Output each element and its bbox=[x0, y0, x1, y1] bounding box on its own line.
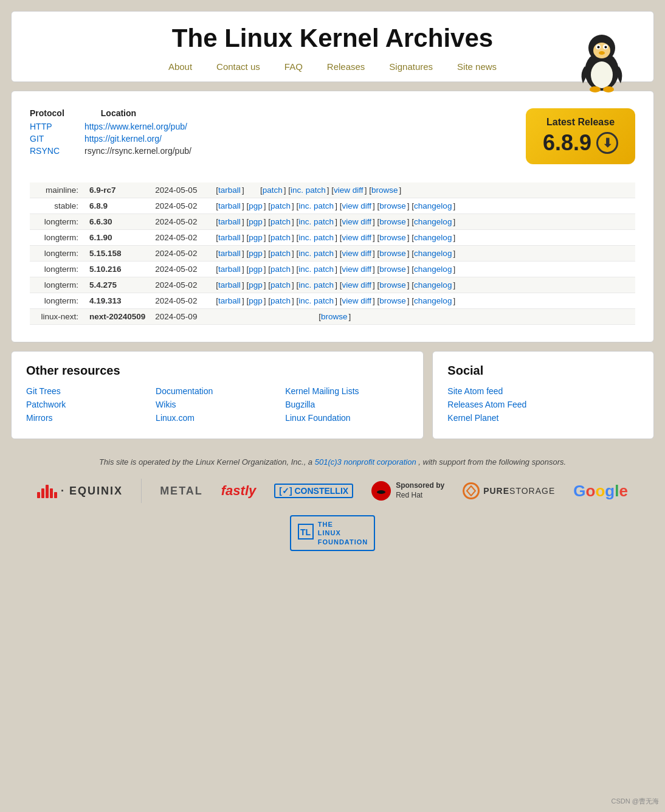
tarball-link[interactable]: tarball bbox=[218, 265, 241, 274]
nav-about[interactable]: About bbox=[168, 61, 192, 72]
release-date: 2024-05-02 bbox=[150, 262, 211, 277]
browse-link[interactable]: browse bbox=[321, 312, 348, 321]
changelog-link[interactable]: changelog bbox=[414, 265, 452, 274]
incpatch-link[interactable]: inc. patch bbox=[298, 296, 334, 305]
release-type: mainline: bbox=[30, 182, 84, 198]
link-mirrors[interactable]: Mirrors bbox=[26, 413, 150, 423]
patch-link[interactable]: patch bbox=[270, 249, 291, 258]
tarball-link[interactable]: tarball bbox=[218, 217, 241, 226]
link-documentation[interactable]: Documentation bbox=[156, 386, 279, 396]
release-links: [tarball] [patch] [inc. patch] [view dif… bbox=[211, 182, 635, 198]
changelog-link[interactable]: changelog bbox=[414, 201, 452, 210]
nav-releases[interactable]: Releases bbox=[327, 61, 365, 72]
tarball-link[interactable]: tarball bbox=[218, 186, 241, 195]
http-location-link[interactable]: https://www.kernel.org/pub/ bbox=[84, 122, 187, 131]
other-resources-title: Other resources bbox=[26, 364, 408, 378]
link-linux-foundation[interactable]: Linux Foundation bbox=[285, 413, 408, 423]
mirror-row-http: HTTP https://www.kernel.org/pub/ bbox=[30, 122, 191, 131]
patch-link[interactable]: patch bbox=[270, 296, 291, 305]
link-git-trees[interactable]: Git Trees bbox=[26, 386, 150, 396]
tarball-link[interactable]: tarball bbox=[218, 296, 241, 305]
browse-link[interactable]: browse bbox=[379, 280, 406, 290]
tarball-link[interactable]: tarball bbox=[218, 280, 241, 290]
pgp-link[interactable]: pgp bbox=[249, 280, 263, 290]
incpatch-link[interactable]: inc. patch bbox=[298, 265, 334, 274]
rsync-link[interactable]: RSYNC bbox=[30, 146, 60, 156]
tarball-link[interactable]: tarball bbox=[218, 201, 241, 210]
release-type: longterm: bbox=[30, 214, 84, 230]
location-header: Location bbox=[101, 108, 136, 118]
incpatch-link[interactable]: inc. patch bbox=[298, 233, 334, 242]
release-date: 2024-05-02 bbox=[150, 293, 211, 309]
link-site-atom-feed[interactable]: Site Atom feed bbox=[447, 386, 639, 396]
incpatch-link[interactable]: inc. patch bbox=[298, 249, 334, 258]
pgp-link[interactable]: pgp bbox=[249, 296, 263, 305]
viewdiff-link[interactable]: view diff bbox=[342, 249, 371, 258]
browse-link[interactable]: browse bbox=[379, 249, 406, 258]
release-version: 6.6.30 bbox=[84, 214, 150, 230]
nav-signatures[interactable]: Signatures bbox=[389, 61, 433, 72]
link-wikis[interactable]: Wikis bbox=[156, 400, 279, 409]
patch-link[interactable]: patch bbox=[270, 201, 291, 210]
nav-contact[interactable]: Contact us bbox=[216, 61, 260, 72]
viewdiff-link[interactable]: view diff bbox=[342, 201, 371, 210]
tarball-link[interactable]: tarball bbox=[218, 249, 241, 258]
release-version: 6.9-rc7 bbox=[84, 182, 150, 198]
browse-link[interactable]: browse bbox=[379, 201, 406, 210]
viewdiff-link[interactable]: view diff bbox=[342, 217, 371, 226]
patch-link[interactable]: patch bbox=[270, 217, 291, 226]
nav-faq[interactable]: FAQ bbox=[284, 61, 303, 72]
release-links: [tarball] [pgp] [patch] [inc. patch] [vi… bbox=[211, 230, 635, 246]
pgp-link[interactable]: pgp bbox=[249, 217, 263, 226]
patch-link[interactable]: patch bbox=[270, 265, 291, 274]
latest-release-version: 6.8.9 ⬇ bbox=[540, 130, 621, 156]
svg-point-11 bbox=[377, 490, 385, 494]
release-links: [tarball] [pgp] [patch] [inc. patch] [vi… bbox=[211, 198, 635, 214]
purestorage-text: PURESTORAGE bbox=[483, 486, 555, 496]
patch-link[interactable]: patch bbox=[270, 280, 291, 290]
changelog-link[interactable]: changelog bbox=[414, 249, 452, 258]
patch-link[interactable]: patch bbox=[270, 233, 291, 242]
changelog-link[interactable]: changelog bbox=[414, 233, 452, 242]
link-kernel-planet[interactable]: Kernel Planet bbox=[447, 413, 639, 423]
incpatch-link[interactable]: inc. patch bbox=[298, 201, 334, 210]
changelog-link[interactable]: changelog bbox=[414, 217, 452, 226]
changelog-link[interactable]: changelog bbox=[414, 296, 452, 305]
incpatch-link[interactable]: inc. patch bbox=[298, 217, 334, 226]
viewdiff-link[interactable]: view diff bbox=[342, 265, 371, 274]
link-patchwork[interactable]: Patchwork bbox=[26, 400, 150, 409]
table-row: longterm: 5.10.216 2024-05-02 [tarball] … bbox=[30, 262, 635, 277]
changelog-link[interactable]: changelog bbox=[414, 280, 452, 290]
linux-foundation-text: THELINUXFOUNDATION bbox=[318, 520, 368, 546]
viewdiff-link[interactable]: view diff bbox=[342, 296, 371, 305]
download-icon[interactable]: ⬇ bbox=[596, 132, 618, 154]
browse-link[interactable]: browse bbox=[379, 233, 406, 242]
patch-link[interactable]: patch bbox=[263, 186, 283, 195]
tarball-link[interactable]: tarball bbox=[218, 233, 241, 242]
pgp-link[interactable]: pgp bbox=[249, 265, 263, 274]
latest-release-badge[interactable]: Latest Release 6.8.9 ⬇ bbox=[526, 108, 635, 164]
browse-link[interactable]: browse bbox=[379, 217, 406, 226]
viewdiff-link[interactable]: view diff bbox=[342, 280, 371, 290]
pgp-link[interactable]: pgp bbox=[249, 201, 263, 210]
git-location-link[interactable]: https://git.kernel.org/ bbox=[84, 134, 162, 144]
incpatch-link[interactable]: inc. patch bbox=[298, 280, 334, 290]
link-releases-atom-feed[interactable]: Releases Atom Feed bbox=[447, 400, 639, 409]
pgp-link[interactable]: pgp bbox=[249, 249, 263, 258]
http-link[interactable]: HTTP bbox=[30, 122, 52, 131]
footer-text: This site is operated by the Linux Kerne… bbox=[18, 457, 647, 467]
viewdiff-link[interactable]: view diff bbox=[334, 186, 364, 195]
release-links: [browse] bbox=[211, 309, 635, 325]
link-kernel-mailing-lists[interactable]: Kernel Mailing Lists bbox=[285, 386, 408, 396]
nonprofit-link[interactable]: 501(c)3 nonprofit corporation bbox=[315, 457, 416, 467]
browse-link[interactable]: browse bbox=[371, 186, 398, 195]
viewdiff-link[interactable]: view diff bbox=[342, 233, 371, 242]
link-bugzilla[interactable]: Bugzilla bbox=[285, 400, 408, 409]
link-linux-com[interactable]: Linux.com bbox=[156, 413, 279, 423]
git-link[interactable]: GIT bbox=[30, 134, 44, 144]
browse-link[interactable]: browse bbox=[379, 296, 406, 305]
nav-sitenews[interactable]: Site news bbox=[457, 61, 497, 72]
incpatch-link[interactable]: inc. patch bbox=[291, 186, 326, 195]
pgp-link[interactable]: pgp bbox=[249, 233, 263, 242]
browse-link[interactable]: browse bbox=[379, 265, 406, 274]
